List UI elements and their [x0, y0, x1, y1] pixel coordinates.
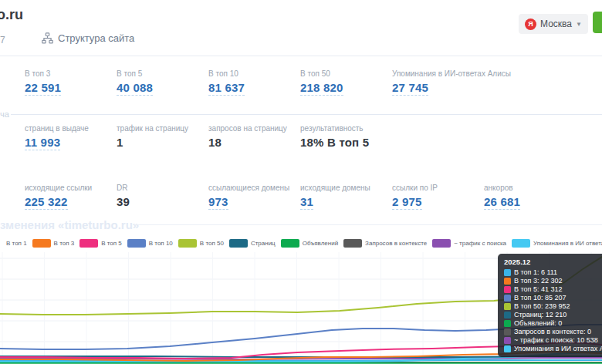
- legend-label: Упоминания в ИИ ответах Алисы: [533, 240, 602, 247]
- tooltip-swatch-icon: [504, 337, 511, 344]
- metric-label: В топ 10: [208, 69, 300, 78]
- legend-item[interactable]: Объявлений: [281, 239, 338, 248]
- tooltip-rows: В топ 1: 6 111В топ 3: 22 302В топ 5: 41…: [504, 268, 602, 353]
- metrics-row-serp: страниц в выдаче11 993трафик на страницу…: [25, 124, 392, 150]
- metric-label: исходящие ссылки: [25, 184, 117, 192]
- legend-item[interactable]: Упоминания в ИИ ответах Алисы: [512, 239, 602, 248]
- metric-value: 18: [208, 136, 300, 149]
- legend-item[interactable]: Запросов в контексте: [343, 239, 427, 248]
- legend-label: В топ 50: [200, 240, 224, 247]
- chart-legend: В топ 1В топ 3В топ 5В топ 10В топ 50Стр…: [6, 237, 602, 249]
- legend-label: Страниц: [251, 240, 276, 247]
- tooltip-swatch-icon: [504, 295, 511, 302]
- tooltip-swatch-icon: [504, 269, 511, 276]
- chart-tooltip: 2025.12 В топ 1: 6 111В топ 3: 22 302В т…: [498, 254, 602, 357]
- metric-value: 1: [117, 136, 208, 149]
- legend-item[interactable]: В топ 1: [6, 240, 27, 247]
- metric-cell: исходящие домены31: [300, 184, 392, 210]
- legend-label: В топ 1: [6, 240, 27, 247]
- tooltip-date: 2025.12: [504, 258, 602, 266]
- legend-item[interactable]: В топ 5: [79, 239, 122, 248]
- metric-value[interactable]: 40 088: [117, 81, 153, 96]
- metric-cell: исходящие ссылки225 322: [25, 184, 117, 210]
- metric-value[interactable]: 218 820: [300, 81, 343, 96]
- metric-cell: Упоминания в ИИ-ответах Алисы27 745: [392, 69, 484, 96]
- tooltip-row: В топ 1: 6 111: [504, 268, 602, 277]
- page: o.ru 7 Структура сайта Я Москва ▼ В топ …: [0, 0, 602, 364]
- metric-cell: запросов на страницу18: [208, 124, 300, 150]
- metric-label: трафик на страницу: [117, 124, 208, 133]
- metric-cell: трафик на страницу1: [117, 124, 208, 150]
- chevron-down-icon: ▼: [576, 21, 582, 28]
- legend-item[interactable]: В топ 3: [32, 239, 75, 248]
- metric-value[interactable]: 27 745: [392, 81, 428, 96]
- metric-value[interactable]: 2 975: [392, 195, 422, 210]
- metric-value[interactable]: 81 637: [208, 81, 245, 96]
- metric-label: анкоров: [484, 184, 576, 192]
- metric-label: результативность: [300, 124, 392, 133]
- tooltip-row: ~ трафик с поиска: 10 538: [504, 336, 602, 345]
- metric-cell: ссылки по IP2 975: [392, 184, 484, 210]
- metric-cell: В топ 1081 637: [208, 69, 300, 96]
- metric-value: 39: [117, 195, 208, 208]
- tooltip-row: Запросов в контексте: 0: [504, 328, 602, 336]
- action-button-cut[interactable]: [593, 12, 602, 33]
- domain-title: o.ru: [0, 7, 23, 23]
- tooltip-swatch-icon: [504, 312, 511, 318]
- legend-label: Объявлений: [303, 240, 338, 247]
- region-label: Москва: [540, 19, 572, 29]
- site-structure-link[interactable]: Структура сайта: [42, 32, 134, 44]
- tooltip-row: В топ 10: 85 207: [504, 294, 602, 302]
- metric-label: ссылающиеся домены: [208, 184, 300, 192]
- metric-value[interactable]: 973: [208, 195, 228, 210]
- legend-swatch-icon: [79, 239, 98, 248]
- divider: [11, 114, 602, 115]
- site-structure-label: Структура сайта: [58, 32, 134, 44]
- metric-cell: анкоров26 681: [484, 184, 576, 210]
- legend-swatch-icon: [512, 239, 530, 248]
- tooltip-row: Упоминания в ИИ ответах Алисы: 25 1: [504, 345, 602, 353]
- divider: [0, 56, 602, 56]
- legend-item[interactable]: В топ 50: [178, 239, 224, 248]
- legend-label: В топ 10: [149, 240, 173, 247]
- chart-section-title: зменения «timeturbo.ru»: [0, 218, 139, 231]
- metric-value: 18% В топ 5: [300, 136, 392, 149]
- legend-swatch-icon: [229, 239, 248, 248]
- metrics-row-visibility: В топ 322 591В топ 540 088В топ 1081 637…: [25, 69, 484, 96]
- sitemap-icon: [42, 32, 53, 44]
- yandex-icon: Я: [525, 19, 536, 30]
- metric-cell: ссылающиеся домены973: [208, 184, 300, 210]
- metric-value[interactable]: 11 993: [25, 136, 60, 150]
- nav-number-fragment: 7: [0, 35, 5, 46]
- divider: [133, 224, 602, 225]
- metric-value[interactable]: 22 591: [25, 81, 61, 96]
- legend-swatch-icon: [178, 239, 197, 248]
- serp-section-header-fragment: ча: [0, 110, 9, 119]
- tooltip-swatch-icon: [504, 303, 511, 310]
- metric-label: запросов на страницу: [208, 124, 300, 133]
- legend-label: В топ 5: [101, 240, 122, 247]
- legend-item[interactable]: Страниц: [229, 239, 276, 248]
- metric-value[interactable]: 26 681: [484, 195, 520, 210]
- metric-cell: В топ 50218 820: [300, 69, 392, 96]
- metric-value[interactable]: 225 322: [25, 195, 68, 210]
- tooltip-swatch-icon: [504, 329, 511, 335]
- legend-swatch-icon: [281, 239, 299, 248]
- tooltip-row: В топ 50: 239 952: [504, 302, 602, 311]
- legend-item[interactable]: ~ трафик с поиска: [432, 239, 506, 248]
- metric-cell: страниц в выдаче11 993: [25, 124, 117, 150]
- legend-swatch-icon: [343, 239, 362, 248]
- metric-label: Упоминания в ИИ-ответах Алисы: [392, 69, 484, 78]
- legend-label: ~ трафик с поиска: [454, 240, 506, 247]
- legend-item[interactable]: В топ 10: [127, 239, 173, 248]
- tooltip-swatch-icon: [504, 320, 511, 327]
- tooltip-swatch-icon: [504, 345, 511, 352]
- metric-value[interactable]: 31: [300, 195, 313, 210]
- metric-cell: В топ 540 088: [117, 69, 208, 96]
- metric-label: В топ 5: [117, 69, 208, 78]
- region-selector[interactable]: Я Москва ▼: [519, 14, 588, 34]
- legend-label: В топ 3: [54, 240, 75, 247]
- tooltip-swatch-icon: [504, 278, 511, 285]
- metric-cell: В топ 322 591: [25, 69, 117, 96]
- metric-label: исходящие домены: [300, 184, 392, 192]
